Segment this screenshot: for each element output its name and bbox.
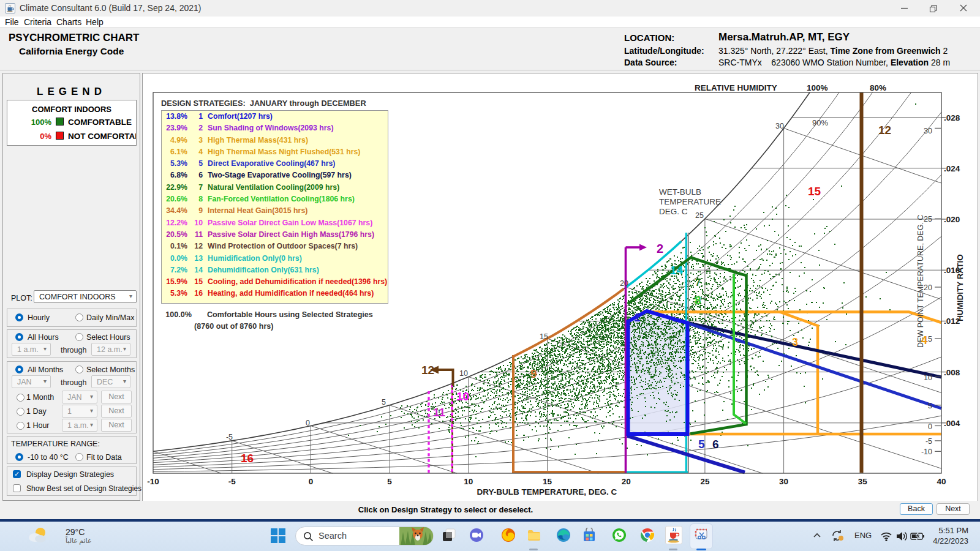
svg-text:40: 40 xyxy=(937,477,946,486)
svg-text:-10: -10 xyxy=(921,448,932,456)
svg-text:.024: .024 xyxy=(944,164,960,173)
svg-text:RELATIVE HUMIDITY: RELATIVE HUMIDITY xyxy=(695,83,777,92)
svg-text:3: 3 xyxy=(792,336,798,348)
svg-text:0: 0 xyxy=(928,422,932,431)
svg-text:-5: -5 xyxy=(925,437,932,446)
svg-text:20: 20 xyxy=(924,283,932,292)
svg-text:1: 1 xyxy=(634,311,641,324)
svg-text:30: 30 xyxy=(775,122,784,130)
svg-text:15: 15 xyxy=(543,477,552,486)
svg-text:5: 5 xyxy=(928,402,932,410)
svg-text:5: 5 xyxy=(387,477,392,486)
svg-text:WET-BULB: WET-BULB xyxy=(659,187,701,197)
svg-text:2: 2 xyxy=(657,242,663,255)
svg-text:7: 7 xyxy=(695,277,701,288)
svg-text:25: 25 xyxy=(695,211,704,220)
svg-text:0: 0 xyxy=(309,477,314,486)
svg-text:90%: 90% xyxy=(812,118,828,127)
svg-text:10: 10 xyxy=(464,477,473,486)
svg-text:100%: 100% xyxy=(807,83,828,92)
svg-text:.028: .028 xyxy=(944,113,960,122)
svg-text:DEW POINT TEMPERATURE, DEG. C: DEW POINT TEMPERATURE, DEG. C xyxy=(916,215,925,348)
svg-text:11: 11 xyxy=(433,406,446,419)
svg-text:8: 8 xyxy=(695,294,701,307)
svg-text:12: 12 xyxy=(421,364,434,377)
svg-text:DRY-BULB TEMPERATURE, DEG. C: DRY-BULB TEMPERATURE, DEG. C xyxy=(477,487,617,497)
svg-text:20: 20 xyxy=(620,279,628,288)
svg-text:6: 6 xyxy=(712,438,719,451)
svg-text:30: 30 xyxy=(779,477,788,486)
svg-text:4: 4 xyxy=(921,334,927,347)
svg-text:10: 10 xyxy=(924,373,932,382)
svg-text:.008: .008 xyxy=(944,368,960,377)
svg-text:20: 20 xyxy=(622,477,631,486)
svg-text:30: 30 xyxy=(924,127,932,135)
svg-text:0: 0 xyxy=(306,419,310,427)
svg-text:15: 15 xyxy=(540,332,548,341)
svg-text:12: 12 xyxy=(878,124,891,137)
svg-text:-10: -10 xyxy=(147,477,159,486)
svg-text:TEMPERATURE: TEMPERATURE xyxy=(659,197,721,206)
svg-text:-5: -5 xyxy=(226,433,233,441)
svg-text:35: 35 xyxy=(858,477,868,486)
svg-text:10: 10 xyxy=(459,369,468,378)
svg-text:-5: -5 xyxy=(228,477,236,486)
svg-text:HUMIDITY RATIO: HUMIDITY RATIO xyxy=(956,254,965,321)
svg-text:25: 25 xyxy=(700,477,710,486)
svg-text:5: 5 xyxy=(698,438,705,451)
svg-text:25: 25 xyxy=(924,215,932,223)
svg-text:.020: .020 xyxy=(944,215,960,224)
svg-text:16: 16 xyxy=(241,452,254,465)
svg-text:5: 5 xyxy=(382,398,386,407)
svg-text:15: 15 xyxy=(808,185,821,198)
svg-text:DEG. C: DEG. C xyxy=(659,207,688,216)
svg-text:80%: 80% xyxy=(870,83,886,92)
svg-text:9: 9 xyxy=(530,367,537,380)
svg-text:.004: .004 xyxy=(944,419,960,428)
svg-text:10: 10 xyxy=(456,390,469,403)
svg-text:14: 14 xyxy=(670,264,684,277)
